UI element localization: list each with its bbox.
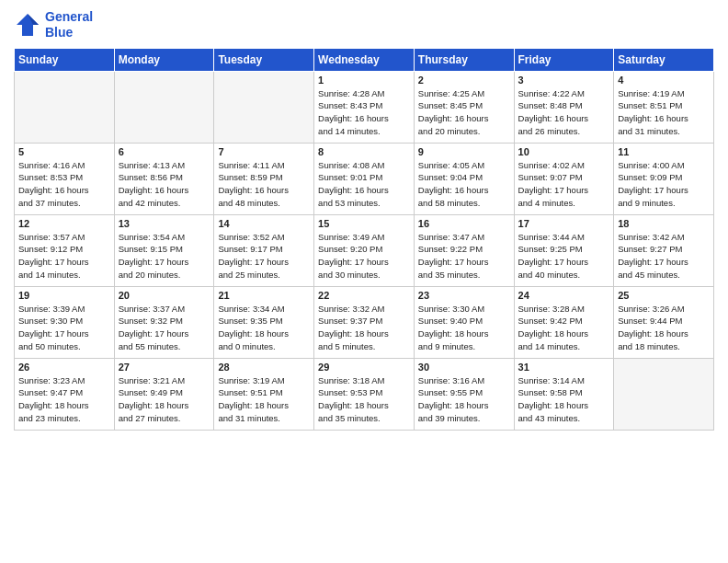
day-number: 16 [418,218,510,229]
day-info: Sunrise: 4:22 AM Sunset: 8:48 PM Dayligh… [518,87,610,138]
day-number: 19 [18,290,110,301]
calendar-cell: 5Sunrise: 4:16 AM Sunset: 8:53 PM Daylig… [15,143,115,214]
day-number: 22 [318,290,410,301]
day-info: Sunrise: 3:28 AM Sunset: 9:42 PM Dayligh… [518,303,610,353]
calendar-cell: 23Sunrise: 3:30 AM Sunset: 9:40 PM Dayli… [414,286,514,358]
calendar-cell: 27Sunrise: 3:21 AM Sunset: 9:49 PM Dayli… [114,358,214,430]
calendar-cell: 24Sunrise: 3:28 AM Sunset: 9:42 PM Dayli… [514,286,614,358]
header: General Blue [14,9,714,40]
logo-icon [14,11,41,39]
day-info: Sunrise: 3:52 AM Sunset: 9:17 PM Dayligh… [218,231,310,282]
calendar-cell: 13Sunrise: 3:54 AM Sunset: 9:15 PM Dayli… [114,214,214,286]
day-number: 21 [218,290,310,301]
calendar-cell [614,358,714,430]
weekday-header-sunday: Sunday [15,48,115,71]
day-number: 8 [318,146,410,157]
day-info: Sunrise: 3:57 AM Sunset: 9:12 PM Dayligh… [18,231,110,282]
day-number: 6 [119,146,210,157]
day-info: Sunrise: 3:42 AM Sunset: 9:27 PM Dayligh… [618,231,710,282]
day-number: 23 [418,290,510,301]
day-number: 17 [518,218,610,229]
day-info: Sunrise: 3:32 AM Sunset: 9:37 PM Dayligh… [318,303,410,353]
day-number: 24 [518,290,610,301]
day-info: Sunrise: 3:26 AM Sunset: 9:44 PM Dayligh… [618,303,710,353]
day-info: Sunrise: 4:28 AM Sunset: 8:43 PM Dayligh… [318,87,410,138]
calendar-cell [114,71,214,143]
calendar-cell: 28Sunrise: 3:19 AM Sunset: 9:51 PM Dayli… [214,358,314,430]
calendar-cell: 22Sunrise: 3:32 AM Sunset: 9:37 PM Dayli… [314,286,415,358]
calendar-week-3: 19Sunrise: 3:39 AM Sunset: 9:30 PM Dayli… [15,286,714,358]
calendar-cell [15,71,115,143]
day-number: 13 [119,218,210,229]
day-number: 28 [218,362,310,373]
weekday-header-row: SundayMondayTuesdayWednesdayThursdayFrid… [15,48,714,71]
calendar-cell: 9Sunrise: 4:05 AM Sunset: 9:04 PM Daylig… [414,143,514,214]
calendar-cell: 6Sunrise: 4:13 AM Sunset: 8:56 PM Daylig… [114,143,214,214]
day-info: Sunrise: 3:39 AM Sunset: 9:30 PM Dayligh… [18,303,110,353]
day-number: 7 [218,146,310,157]
weekday-header-friday: Friday [514,48,614,71]
calendar-cell [214,71,314,143]
calendar-cell: 29Sunrise: 3:18 AM Sunset: 9:53 PM Dayli… [314,358,415,430]
calendar-cell: 21Sunrise: 3:34 AM Sunset: 9:35 PM Dayli… [214,286,314,358]
day-number: 14 [218,218,310,229]
day-info: Sunrise: 4:05 AM Sunset: 9:04 PM Dayligh… [418,159,510,210]
calendar-cell: 25Sunrise: 3:26 AM Sunset: 9:44 PM Dayli… [614,286,714,358]
calendar-cell: 18Sunrise: 3:42 AM Sunset: 9:27 PM Dayli… [614,214,714,286]
day-info: Sunrise: 3:23 AM Sunset: 9:47 PM Dayligh… [18,374,110,425]
weekday-header-monday: Monday [114,48,214,71]
day-info: Sunrise: 3:16 AM Sunset: 9:55 PM Dayligh… [418,374,510,425]
calendar-page: General Blue SundayMondayTuesdayWednesda… [0,0,728,563]
day-info: Sunrise: 3:49 AM Sunset: 9:20 PM Dayligh… [318,231,410,282]
day-number: 10 [518,146,610,157]
calendar-cell: 8Sunrise: 4:08 AM Sunset: 9:01 PM Daylig… [314,143,415,214]
calendar-cell: 31Sunrise: 3:14 AM Sunset: 9:58 PM Dayli… [514,358,614,430]
day-info: Sunrise: 4:25 AM Sunset: 8:45 PM Dayligh… [418,87,510,138]
day-info: Sunrise: 4:19 AM Sunset: 8:51 PM Dayligh… [618,87,710,138]
day-info: Sunrise: 3:34 AM Sunset: 9:35 PM Dayligh… [218,303,310,353]
day-info: Sunrise: 3:18 AM Sunset: 9:53 PM Dayligh… [318,374,410,425]
day-number: 30 [418,362,510,373]
day-number: 9 [418,146,510,157]
day-number: 4 [618,75,710,86]
day-info: Sunrise: 3:44 AM Sunset: 9:25 PM Dayligh… [518,231,610,282]
weekday-header-wednesday: Wednesday [314,48,415,71]
day-number: 18 [618,218,710,229]
day-number: 25 [618,290,710,301]
day-number: 29 [318,362,410,373]
calendar-cell: 16Sunrise: 3:47 AM Sunset: 9:22 PM Dayli… [414,214,514,286]
day-number: 12 [18,218,110,229]
calendar-cell: 2Sunrise: 4:25 AM Sunset: 8:45 PM Daylig… [414,71,514,143]
calendar-cell: 26Sunrise: 3:23 AM Sunset: 9:47 PM Dayli… [15,358,115,430]
day-info: Sunrise: 3:30 AM Sunset: 9:40 PM Dayligh… [418,303,510,353]
day-info: Sunrise: 3:47 AM Sunset: 9:22 PM Dayligh… [418,231,510,282]
calendar-cell: 3Sunrise: 4:22 AM Sunset: 8:48 PM Daylig… [514,71,614,143]
calendar-cell: 19Sunrise: 3:39 AM Sunset: 9:30 PM Dayli… [15,286,115,358]
calendar-cell: 17Sunrise: 3:44 AM Sunset: 9:25 PM Dayli… [514,214,614,286]
day-info: Sunrise: 3:19 AM Sunset: 9:51 PM Dayligh… [218,374,310,425]
day-number: 1 [318,75,410,86]
day-number: 20 [119,290,210,301]
calendar-cell: 14Sunrise: 3:52 AM Sunset: 9:17 PM Dayli… [214,214,314,286]
day-number: 27 [119,362,210,373]
calendar-cell: 15Sunrise: 3:49 AM Sunset: 9:20 PM Dayli… [314,214,415,286]
day-info: Sunrise: 4:11 AM Sunset: 8:59 PM Dayligh… [218,159,310,210]
calendar-week-0: 1Sunrise: 4:28 AM Sunset: 8:43 PM Daylig… [15,71,714,143]
weekday-header-thursday: Thursday [414,48,514,71]
calendar-week-1: 5Sunrise: 4:16 AM Sunset: 8:53 PM Daylig… [15,143,714,214]
calendar-week-4: 26Sunrise: 3:23 AM Sunset: 9:47 PM Dayli… [15,358,714,430]
day-info: Sunrise: 4:00 AM Sunset: 9:09 PM Dayligh… [618,159,710,210]
calendar-cell: 10Sunrise: 4:02 AM Sunset: 9:07 PM Dayli… [514,143,614,214]
day-number: 2 [418,75,510,86]
day-info: Sunrise: 3:14 AM Sunset: 9:58 PM Dayligh… [518,374,610,425]
day-number: 31 [518,362,610,373]
calendar-cell: 30Sunrise: 3:16 AM Sunset: 9:55 PM Dayli… [414,358,514,430]
day-number: 11 [618,146,710,157]
weekday-header-saturday: Saturday [614,48,714,71]
day-number: 26 [18,362,110,373]
calendar-week-2: 12Sunrise: 3:57 AM Sunset: 9:12 PM Dayli… [15,214,714,286]
logo-text: General Blue [45,9,93,40]
day-info: Sunrise: 4:16 AM Sunset: 8:53 PM Dayligh… [18,159,110,210]
weekday-header-tuesday: Tuesday [214,48,314,71]
day-info: Sunrise: 3:21 AM Sunset: 9:49 PM Dayligh… [119,374,210,425]
